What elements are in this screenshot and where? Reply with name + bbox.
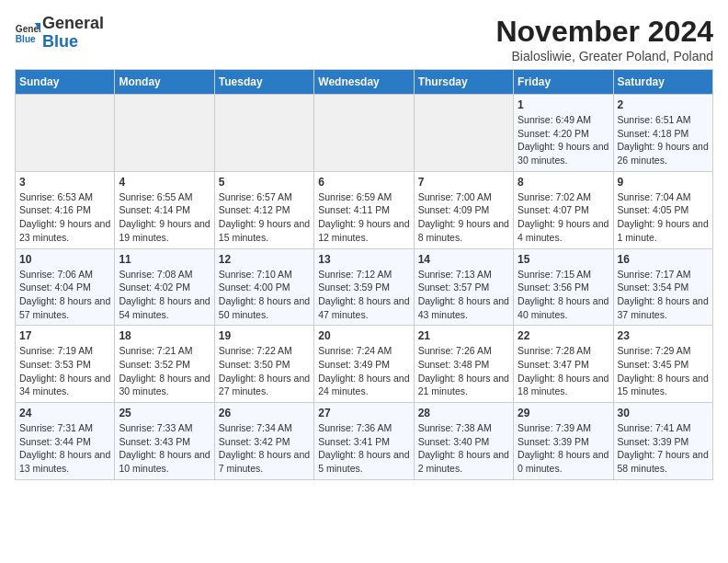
calendar-cell: 2Sunrise: 6:51 AMSunset: 4:18 PMDaylight… xyxy=(613,95,712,172)
calendar-cell: 28Sunrise: 7:38 AMSunset: 3:40 PMDayligh… xyxy=(414,403,513,480)
calendar-cell: 13Sunrise: 7:12 AMSunset: 3:59 PMDayligh… xyxy=(314,248,414,326)
calendar-cell xyxy=(314,95,414,172)
calendar-week-row: 24Sunrise: 7:31 AMSunset: 3:44 PMDayligh… xyxy=(16,403,713,480)
day-info: Sunrise: 7:38 AMSunset: 3:40 PMDaylight:… xyxy=(418,421,509,476)
day-number: 27 xyxy=(318,407,409,419)
day-number: 10 xyxy=(19,253,110,266)
logo-general: General xyxy=(42,14,104,32)
calendar-cell: 6Sunrise: 6:59 AMSunset: 4:11 PMDaylight… xyxy=(314,171,414,248)
calendar-cell: 10Sunrise: 7:06 AMSunset: 4:04 PMDayligh… xyxy=(16,248,115,326)
day-number: 9 xyxy=(618,176,709,189)
page-header: General Blue General Blue November 2024 … xyxy=(15,15,713,63)
day-info: Sunrise: 7:00 AMSunset: 4:09 PMDaylight:… xyxy=(418,190,509,245)
day-of-week-header: Wednesday xyxy=(314,70,414,95)
calendar-cell: 27Sunrise: 7:36 AMSunset: 3:41 PMDayligh… xyxy=(314,403,414,480)
day-info: Sunrise: 7:29 AMSunset: 3:45 PMDaylight:… xyxy=(618,344,709,398)
day-info: Sunrise: 7:39 AMSunset: 3:39 PMDaylight:… xyxy=(518,421,609,476)
calendar-cell: 1Sunrise: 6:49 AMSunset: 4:20 PMDaylight… xyxy=(514,95,613,172)
day-info: Sunrise: 7:13 AMSunset: 3:57 PMDaylight:… xyxy=(418,268,509,322)
day-number: 26 xyxy=(219,407,310,419)
day-info: Sunrise: 7:41 AMSunset: 3:39 PMDaylight:… xyxy=(618,421,709,476)
calendar-cell: 30Sunrise: 7:41 AMSunset: 3:39 PMDayligh… xyxy=(613,403,712,480)
day-number: 21 xyxy=(418,329,509,342)
calendar-header-row: SundayMondayTuesdayWednesdayThursdayFrid… xyxy=(16,70,713,95)
calendar-cell: 9Sunrise: 7:04 AMSunset: 4:05 PMDaylight… xyxy=(613,171,712,248)
day-info: Sunrise: 7:12 AMSunset: 3:59 PMDaylight:… xyxy=(318,268,409,322)
day-info: Sunrise: 7:34 AMSunset: 3:42 PMDaylight:… xyxy=(219,421,310,476)
day-info: Sunrise: 6:49 AMSunset: 4:20 PMDaylight:… xyxy=(518,113,609,167)
day-info: Sunrise: 7:10 AMSunset: 4:00 PMDaylight:… xyxy=(219,268,310,322)
day-number: 16 xyxy=(618,253,709,266)
svg-text:Blue: Blue xyxy=(16,34,36,44)
day-info: Sunrise: 7:02 AMSunset: 4:07 PMDaylight:… xyxy=(518,190,609,245)
day-number: 15 xyxy=(518,253,609,266)
day-number: 22 xyxy=(518,329,609,342)
calendar-cell: 7Sunrise: 7:00 AMSunset: 4:09 PMDaylight… xyxy=(414,171,513,248)
calendar-cell: 21Sunrise: 7:26 AMSunset: 3:48 PMDayligh… xyxy=(414,326,513,403)
day-number: 13 xyxy=(318,253,409,266)
logo: General Blue General Blue xyxy=(15,15,104,52)
calendar-cell: 5Sunrise: 6:57 AMSunset: 4:12 PMDaylight… xyxy=(214,171,313,248)
day-of-week-header: Tuesday xyxy=(214,70,313,95)
calendar-cell: 25Sunrise: 7:33 AMSunset: 3:43 PMDayligh… xyxy=(115,403,214,480)
calendar-cell: 29Sunrise: 7:39 AMSunset: 3:39 PMDayligh… xyxy=(514,403,613,480)
day-info: Sunrise: 7:36 AMSunset: 3:41 PMDaylight:… xyxy=(318,421,409,476)
day-info: Sunrise: 6:55 AMSunset: 4:14 PMDaylight:… xyxy=(119,190,210,245)
month-title: November 2024 xyxy=(495,15,713,49)
calendar-cell: 22Sunrise: 7:28 AMSunset: 3:47 PMDayligh… xyxy=(514,326,613,403)
day-number: 30 xyxy=(618,407,709,419)
day-info: Sunrise: 7:31 AMSunset: 3:44 PMDaylight:… xyxy=(19,421,110,476)
day-info: Sunrise: 7:08 AMSunset: 4:02 PMDaylight:… xyxy=(119,268,210,322)
day-number: 3 xyxy=(19,176,110,189)
calendar-cell: 23Sunrise: 7:29 AMSunset: 3:45 PMDayligh… xyxy=(613,326,712,403)
location: Bialosliwie, Greater Poland, Poland xyxy=(495,49,713,63)
calendar-week-row: 3Sunrise: 6:53 AMSunset: 4:16 PMDaylight… xyxy=(16,171,713,248)
day-info: Sunrise: 7:22 AMSunset: 3:50 PMDaylight:… xyxy=(219,344,310,398)
calendar-cell: 26Sunrise: 7:34 AMSunset: 3:42 PMDayligh… xyxy=(214,403,313,480)
day-info: Sunrise: 6:51 AMSunset: 4:18 PMDaylight:… xyxy=(618,113,709,167)
day-number: 7 xyxy=(418,176,509,189)
day-of-week-header: Saturday xyxy=(613,70,712,95)
day-number: 25 xyxy=(119,407,210,419)
day-info: Sunrise: 7:19 AMSunset: 3:53 PMDaylight:… xyxy=(19,344,110,398)
day-of-week-header: Thursday xyxy=(414,70,513,95)
calendar-week-row: 1Sunrise: 6:49 AMSunset: 4:20 PMDaylight… xyxy=(16,95,713,172)
day-info: Sunrise: 6:59 AMSunset: 4:11 PMDaylight:… xyxy=(318,190,409,245)
day-info: Sunrise: 6:57 AMSunset: 4:12 PMDaylight:… xyxy=(219,190,310,245)
calendar-cell: 12Sunrise: 7:10 AMSunset: 4:00 PMDayligh… xyxy=(214,248,313,326)
day-info: Sunrise: 7:04 AMSunset: 4:05 PMDaylight:… xyxy=(618,190,709,245)
calendar-cell xyxy=(16,95,115,172)
day-info: Sunrise: 7:17 AMSunset: 3:54 PMDaylight:… xyxy=(618,268,709,322)
calendar-cell xyxy=(414,95,513,172)
day-number: 23 xyxy=(618,329,709,342)
day-info: Sunrise: 7:15 AMSunset: 3:56 PMDaylight:… xyxy=(518,268,609,322)
day-info: Sunrise: 7:26 AMSunset: 3:48 PMDaylight:… xyxy=(418,344,509,398)
day-number: 29 xyxy=(518,407,609,419)
calendar-cell: 3Sunrise: 6:53 AMSunset: 4:16 PMDaylight… xyxy=(16,171,115,248)
day-info: Sunrise: 7:06 AMSunset: 4:04 PMDaylight:… xyxy=(19,268,110,322)
calendar-cell: 20Sunrise: 7:24 AMSunset: 3:49 PMDayligh… xyxy=(314,326,414,403)
calendar-cell: 16Sunrise: 7:17 AMSunset: 3:54 PMDayligh… xyxy=(613,248,712,326)
day-info: Sunrise: 7:28 AMSunset: 3:47 PMDaylight:… xyxy=(518,344,609,398)
calendar-week-row: 10Sunrise: 7:06 AMSunset: 4:04 PMDayligh… xyxy=(16,248,713,326)
title-block: November 2024 Bialosliwie, Greater Polan… xyxy=(495,15,713,63)
day-number: 19 xyxy=(219,329,310,342)
day-number: 24 xyxy=(19,407,110,419)
calendar-cell: 18Sunrise: 7:21 AMSunset: 3:52 PMDayligh… xyxy=(115,326,214,403)
calendar-cell: 19Sunrise: 7:22 AMSunset: 3:50 PMDayligh… xyxy=(214,326,313,403)
day-number: 8 xyxy=(518,176,609,189)
day-number: 4 xyxy=(119,176,210,189)
calendar-cell: 15Sunrise: 7:15 AMSunset: 3:56 PMDayligh… xyxy=(514,248,613,326)
day-number: 2 xyxy=(618,98,709,111)
day-number: 14 xyxy=(418,253,509,266)
day-info: Sunrise: 6:53 AMSunset: 4:16 PMDaylight:… xyxy=(19,190,110,245)
day-number: 5 xyxy=(219,176,310,189)
calendar-cell: 17Sunrise: 7:19 AMSunset: 3:53 PMDayligh… xyxy=(16,326,115,403)
day-number: 6 xyxy=(318,176,409,189)
day-number: 11 xyxy=(119,253,210,266)
day-number: 12 xyxy=(219,253,310,266)
day-of-week-header: Friday xyxy=(514,70,613,95)
day-number: 28 xyxy=(418,407,509,419)
calendar-cell: 4Sunrise: 6:55 AMSunset: 4:14 PMDaylight… xyxy=(115,171,214,248)
calendar-body: 1Sunrise: 6:49 AMSunset: 4:20 PMDaylight… xyxy=(16,95,713,480)
